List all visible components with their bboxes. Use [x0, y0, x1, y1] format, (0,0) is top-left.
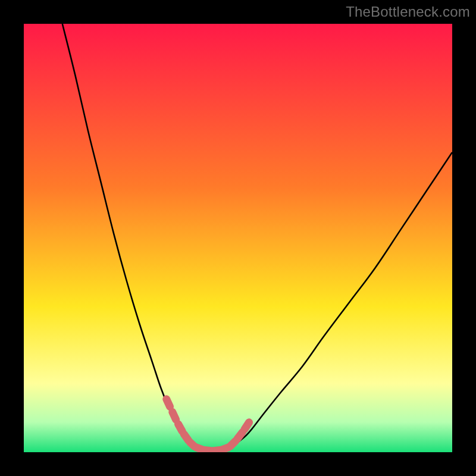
valley-marker-segment — [178, 424, 182, 431]
valley-marker-segment — [245, 422, 249, 430]
watermark-text: TheBottleneck.com — [346, 4, 470, 20]
valley-marker-segment — [173, 412, 176, 419]
valley-marker-segment — [230, 441, 236, 446]
chart-frame: TheBottleneck.com — [0, 0, 476, 476]
valley-marker-segment — [237, 432, 243, 439]
bottleneck-curve — [62, 24, 452, 452]
plot-area — [24, 24, 452, 452]
valley-marker-segment — [167, 399, 170, 407]
curve-layer — [24, 24, 452, 452]
valley-markers — [167, 399, 249, 451]
